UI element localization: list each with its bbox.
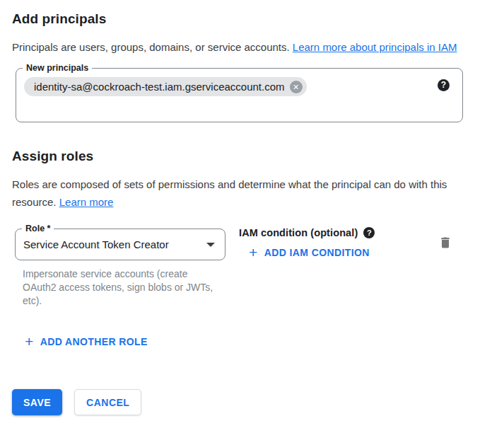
add-iam-condition-label: ADD IAM CONDITION	[264, 247, 370, 258]
principal-chip[interactable]: identity-sa@cockroach-test.iam.gservicea…	[24, 77, 307, 96]
plus-icon: +	[25, 335, 34, 349]
learn-more-principals-link[interactable]: Learn more about principals in IAM	[293, 41, 457, 53]
principal-chip-label: identity-sa@cockroach-test.iam.gservicea…	[34, 81, 285, 93]
assign-roles-description: Roles are composed of sets of permission…	[12, 175, 492, 211]
save-button[interactable]: SAVE	[12, 389, 62, 415]
dialog-actions: SAVE CANCEL	[12, 389, 492, 415]
principals-description: Principals are users, groups, domains, o…	[12, 38, 492, 56]
principals-description-text: Principals are users, groups, domains, o…	[12, 41, 293, 53]
delete-role-button[interactable]	[438, 235, 452, 250]
iam-condition-label: IAM condition (optional)	[239, 227, 358, 238]
add-iam-condition-button[interactable]: + ADD IAM CONDITION	[249, 245, 370, 260]
new-principals-label: New principals	[23, 62, 92, 74]
learn-more-roles-link[interactable]: Learn more	[59, 196, 114, 208]
page-title: Add principals	[12, 11, 492, 27]
iam-condition-label-row: IAM condition (optional) ?	[239, 227, 375, 238]
role-select[interactable]: Role * Service Account Token Creator	[15, 229, 225, 260]
assign-roles-title: Assign roles	[12, 149, 492, 164]
cancel-button[interactable]: CANCEL	[74, 389, 141, 415]
new-principals-help-icon[interactable]: ?	[438, 79, 450, 91]
trash-icon	[438, 235, 452, 250]
add-another-role-label: ADD ANOTHER ROLE	[40, 336, 148, 347]
chip-remove-icon[interactable]: ✕	[290, 81, 303, 93]
add-another-role-button[interactable]: + ADD ANOTHER ROLE	[25, 335, 148, 349]
iam-condition-help-icon[interactable]: ?	[363, 227, 375, 238]
role-binding-row: Role * Service Account Token Creator Imp…	[12, 229, 492, 308]
dropdown-arrow-icon	[206, 243, 215, 247]
new-principals-field[interactable]: New principals identity-sa@cockroach-tes…	[16, 68, 463, 122]
iam-condition-column: IAM condition (optional) ? + ADD IAM CON…	[239, 229, 375, 260]
role-helper-text: Impersonate service accounts (create OAu…	[23, 267, 215, 308]
plus-icon: +	[249, 245, 258, 260]
role-select-label: Role *	[22, 223, 54, 235]
add-principals-panel: Add principals Principals are users, gro…	[0, 0, 504, 445]
role-selected-value: Service Account Token Creator	[23, 238, 169, 250]
role-column: Role * Service Account Token Creator Imp…	[15, 229, 225, 308]
